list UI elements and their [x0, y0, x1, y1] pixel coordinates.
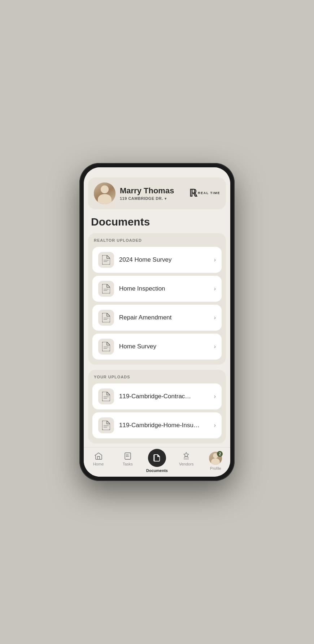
svg-rect-12 — [125, 453, 131, 459]
doc-name-2: Home Inspection — [119, 285, 211, 292]
doc-name-1: 2024 Home Survey — [119, 256, 211, 263]
uploads-section-label: YOUR UPLOADS — [92, 375, 222, 379]
doc-name-3: Repair Amendment — [119, 314, 211, 321]
doc-item-5[interactable]: 119-Cambridge-Contrac… › — [92, 383, 222, 409]
doc-item-3[interactable]: Repair Amendment › — [92, 305, 222, 331]
document-icon-1 — [102, 255, 110, 265]
profile-avatar-wrap: 2 — [209, 452, 222, 465]
doc-item-6[interactable]: 119-Cambridge-Home-Insu… › — [92, 412, 222, 438]
header-left: Marry Thomas 119 CAMBRIDGE DR. ▾ — [94, 183, 174, 204]
brand-logo: ℝ REAL TIME — [189, 188, 220, 198]
realtor-section-label: REALTOR UPLOADED — [92, 238, 222, 242]
doc-chevron-6: › — [214, 422, 216, 429]
doc-icon-wrap-4 — [98, 339, 114, 355]
doc-chevron-1: › — [214, 257, 216, 263]
doc-icon-wrap-3 — [98, 310, 114, 326]
doc-icon-wrap-1 — [98, 252, 114, 268]
nav-label-profile: Profile — [210, 466, 221, 471]
phone-screen: Marry Thomas 119 CAMBRIDGE DR. ▾ ℝ REAL … — [84, 167, 230, 477]
doc-item-4[interactable]: Home Survey › — [92, 334, 222, 360]
document-icon-2 — [102, 284, 110, 293]
document-icon-6 — [102, 421, 110, 430]
uploads-section: YOUR UPLOADS 119-Cambridge-Contrac… › — [88, 370, 226, 443]
page-title: Documents — [84, 214, 230, 233]
nav-item-vendors[interactable]: Vendors — [172, 451, 201, 466]
tasks-icon — [123, 452, 132, 460]
scroll-area: Marry Thomas 119 CAMBRIDGE DR. ▾ ℝ REAL … — [84, 175, 230, 447]
profile-badge: 2 — [217, 451, 223, 457]
doc-name-6: 119-Cambridge-Home-Insu… — [119, 422, 211, 429]
nav-item-home[interactable]: Home — [84, 451, 113, 466]
document-icon-4 — [102, 342, 110, 351]
nav-item-documents[interactable]: Documents — [142, 451, 171, 473]
document-icon-3 — [102, 313, 110, 322]
nav-label-documents: Documents — [146, 468, 168, 473]
doc-name-4: Home Survey — [119, 343, 211, 350]
user-address[interactable]: 119 CAMBRIDGE DR. ▾ — [120, 196, 174, 201]
doc-icon-wrap-5 — [98, 388, 114, 404]
doc-chevron-4: › — [214, 343, 216, 350]
nav-label-tasks: Tasks — [123, 462, 133, 466]
documents-active-bg — [148, 449, 166, 467]
home-icon — [94, 452, 103, 460]
nav-label-vendors: Vendors — [179, 462, 193, 466]
document-icon-5 — [102, 392, 110, 401]
doc-item-1[interactable]: 2024 Home Survey › — [92, 247, 222, 273]
doc-chevron-2: › — [214, 285, 216, 292]
address-chevron-icon: ▾ — [165, 197, 167, 201]
nav-label-home: Home — [93, 462, 104, 466]
doc-icon-wrap-6 — [98, 417, 114, 433]
doc-icon-wrap-2 — [98, 281, 114, 297]
realtor-section: REALTOR UPLOADED 2024 Home Survey › — [88, 233, 226, 365]
user-info: Marry Thomas 119 CAMBRIDGE DR. ▾ — [120, 186, 174, 201]
nav-item-profile[interactable]: 2 Profile — [201, 451, 230, 471]
brand-text: REAL TIME — [198, 191, 220, 196]
bottom-nav: Home Tasks — [84, 447, 230, 477]
avatar-image — [94, 183, 115, 204]
brand-icon: ℝ — [189, 188, 196, 198]
nav-item-tasks[interactable]: Tasks — [113, 451, 142, 466]
user-name: Marry Thomas — [120, 186, 174, 196]
doc-item-2[interactable]: Home Inspection › — [92, 276, 222, 302]
avatar — [94, 183, 115, 204]
doc-name-5: 119-Cambridge-Contrac… — [119, 393, 211, 400]
documents-icon-active — [153, 454, 161, 462]
doc-chevron-5: › — [214, 393, 216, 400]
header-card: Marry Thomas 119 CAMBRIDGE DR. ▾ ℝ REAL … — [88, 177, 226, 209]
status-bar — [84, 167, 230, 175]
vendors-icon — [182, 452, 191, 460]
phone-frame: Marry Thomas 119 CAMBRIDGE DR. ▾ ℝ REAL … — [79, 163, 235, 481]
doc-chevron-3: › — [214, 314, 216, 321]
